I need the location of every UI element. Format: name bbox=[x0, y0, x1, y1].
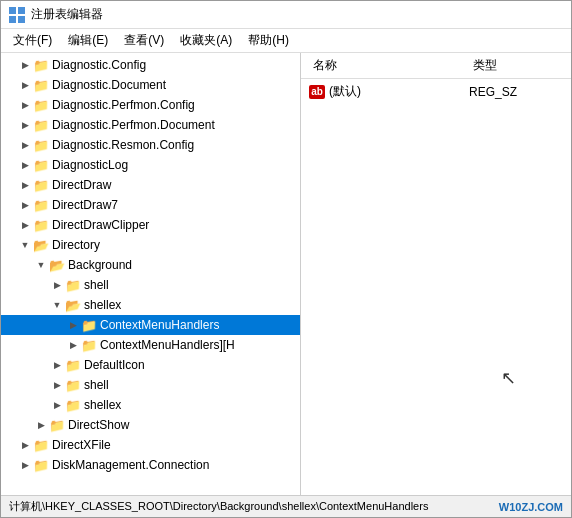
tree-row-directshow[interactable]: ▶ 📁 DirectShow bbox=[1, 415, 300, 435]
tree-label: Diagnostic.Document bbox=[52, 78, 166, 92]
toggle-icon[interactable]: ▶ bbox=[65, 315, 81, 335]
folder-icon: 📁 bbox=[33, 157, 49, 173]
toggle-icon[interactable]: ▶ bbox=[17, 55, 33, 75]
toggle-icon[interactable]: ▶ bbox=[17, 95, 33, 115]
detail-cell-type: REG_SZ bbox=[465, 83, 567, 101]
tree-label: Background bbox=[68, 258, 132, 272]
detail-header: 名称 类型 bbox=[301, 53, 571, 79]
tree-label: ContextMenuHandlers][H bbox=[100, 338, 235, 352]
tree-node-directory: ▼ 📂 Directory ▼ 📂 Background bbox=[1, 235, 300, 435]
svg-rect-0 bbox=[9, 7, 16, 14]
tree-node-shellex2: ▶ 📁 shellex bbox=[1, 395, 300, 415]
tree-row-shell2[interactable]: ▶ 📁 shell bbox=[1, 375, 300, 395]
toggle-icon[interactable]: ▶ bbox=[17, 455, 33, 475]
toggle-icon[interactable]: ▼ bbox=[49, 295, 65, 315]
toggle-icon[interactable]: ▶ bbox=[17, 135, 33, 155]
toggle-icon[interactable]: ▶ bbox=[17, 75, 33, 95]
tree-row-diagnostic-document[interactable]: ▶ 📁 Diagnostic.Document bbox=[1, 75, 300, 95]
toggle-icon[interactable]: ▶ bbox=[49, 375, 65, 395]
content-area: ▶ 📁 Diagnostic.Config ▶ 📁 Diagnostic.Doc… bbox=[1, 53, 571, 495]
tree-row-diskmanagement[interactable]: ▶ 📁 DiskManagement.Connection bbox=[1, 455, 300, 475]
tree-label: DirectXFile bbox=[52, 438, 111, 452]
ab-icon: ab bbox=[309, 85, 325, 99]
tree-node-contextmenuhandlers-h: ▶ 📁 ContextMenuHandlers][H bbox=[1, 335, 300, 355]
toggle-icon[interactable]: ▶ bbox=[17, 215, 33, 235]
tree-label: ContextMenuHandlers bbox=[100, 318, 219, 332]
toggle-icon[interactable]: ▶ bbox=[17, 175, 33, 195]
tree-row-shell[interactable]: ▶ 📁 shell bbox=[1, 275, 300, 295]
toggle-icon[interactable]: ▶ bbox=[33, 415, 49, 435]
col-type: 类型 bbox=[465, 55, 567, 76]
toggle-icon[interactable]: ▶ bbox=[17, 155, 33, 175]
toggle-icon[interactable]: ▼ bbox=[17, 235, 33, 255]
menu-help[interactable]: 帮助(H) bbox=[240, 30, 297, 51]
tree-label: DirectDraw7 bbox=[52, 198, 118, 212]
toggle-icon[interactable]: ▼ bbox=[33, 255, 49, 275]
folder-icon: 📁 bbox=[33, 197, 49, 213]
folder-icon: 📁 bbox=[33, 177, 49, 193]
menu-file[interactable]: 文件(F) bbox=[5, 30, 60, 51]
tree-label: Diagnostic.Perfmon.Config bbox=[52, 98, 195, 112]
tree-label: Diagnostic.Config bbox=[52, 58, 146, 72]
folder-icon: 📁 bbox=[33, 97, 49, 113]
toggle-icon[interactable]: ▶ bbox=[17, 115, 33, 135]
tree-label: DefaultIcon bbox=[84, 358, 145, 372]
toggle-icon[interactable]: ▶ bbox=[49, 395, 65, 415]
tree-row-shellex[interactable]: ▼ 📂 shellex bbox=[1, 295, 300, 315]
status-bar: 计算机\HKEY_CLASSES_ROOT\Directory\Backgrou… bbox=[1, 495, 571, 517]
tree-label: shellex bbox=[84, 398, 121, 412]
tree-node-directshow: ▶ 📁 DirectShow bbox=[1, 415, 300, 435]
tree-label: DirectShow bbox=[68, 418, 129, 432]
tree-label: shell bbox=[84, 378, 109, 392]
tree-pane[interactable]: ▶ 📁 Diagnostic.Config ▶ 📁 Diagnostic.Doc… bbox=[1, 53, 301, 495]
toggle-icon[interactable]: ▶ bbox=[17, 435, 33, 455]
tree-row-diagnostic-perfmon-config[interactable]: ▶ 📁 Diagnostic.Perfmon.Config bbox=[1, 95, 300, 115]
tree-node-directdrawclipper: ▶ 📁 DirectDrawClipper bbox=[1, 215, 300, 235]
tree-row-directory[interactable]: ▼ 📂 Directory bbox=[1, 235, 300, 255]
menu-view[interactable]: 查看(V) bbox=[116, 30, 172, 51]
menu-edit[interactable]: 编辑(E) bbox=[60, 30, 116, 51]
tree-label: DirectDraw bbox=[52, 178, 111, 192]
toggle-icon[interactable]: ▶ bbox=[49, 355, 65, 375]
tree-row-shellex2[interactable]: ▶ 📁 shellex bbox=[1, 395, 300, 415]
window-title: 注册表编辑器 bbox=[31, 6, 103, 23]
folder-icon: 📂 bbox=[65, 297, 81, 313]
tree-row-directdrawclipper[interactable]: ▶ 📁 DirectDrawClipper bbox=[1, 215, 300, 235]
tree-node-shellex: ▼ 📂 shellex ▶ 📁 bbox=[1, 295, 300, 355]
tree-node-directxfile: ▶ 📁 DirectXFile bbox=[1, 435, 300, 455]
folder-icon: 📁 bbox=[65, 277, 81, 293]
tree-row-directdraw[interactable]: ▶ 📁 DirectDraw bbox=[1, 175, 300, 195]
tree-node-directdraw7: ▶ 📁 DirectDraw7 bbox=[1, 195, 300, 215]
toggle-icon[interactable]: ▶ bbox=[65, 335, 81, 355]
tree-node-diagnostic-resmon-config: ▶ 📁 Diagnostic.Resmon.Config bbox=[1, 135, 300, 155]
svg-rect-3 bbox=[18, 16, 25, 23]
folder-icon: 📁 bbox=[33, 117, 49, 133]
tree-row-diagnostic-perfmon-document[interactable]: ▶ 📁 Diagnostic.Perfmon.Document bbox=[1, 115, 300, 135]
tree-row-directdraw7[interactable]: ▶ 📁 DirectDraw7 bbox=[1, 195, 300, 215]
toggle-icon[interactable]: ▶ bbox=[17, 195, 33, 215]
tree-label: DirectDrawClipper bbox=[52, 218, 149, 232]
toggle-icon[interactable]: ▶ bbox=[49, 275, 65, 295]
tree-row-diagnosticlog[interactable]: ▶ 📁 DiagnosticLog bbox=[1, 155, 300, 175]
menu-favorites[interactable]: 收藏夹(A) bbox=[172, 30, 240, 51]
tree-node-diagnostic-perfmon-config: ▶ 📁 Diagnostic.Perfmon.Config bbox=[1, 95, 300, 115]
tree-node-background: ▼ 📂 Background ▶ 📁 shell bbox=[1, 255, 300, 415]
tree-row-directxfile[interactable]: ▶ 📁 DirectXFile bbox=[1, 435, 300, 455]
tree-row-diagnostic-config[interactable]: ▶ 📁 Diagnostic.Config bbox=[1, 55, 300, 75]
detail-cell-name: ab (默认) bbox=[305, 81, 465, 102]
tree-node-diskmanagement: ▶ 📁 DiskManagement.Connection bbox=[1, 455, 300, 475]
tree-row-defaulticon[interactable]: ▶ 📁 DefaultIcon bbox=[1, 355, 300, 375]
tree-node-diagnostic-perfmon-document: ▶ 📁 Diagnostic.Perfmon.Document bbox=[1, 115, 300, 135]
tree-label: shell bbox=[84, 278, 109, 292]
col-name: 名称 bbox=[305, 55, 465, 76]
detail-row-default[interactable]: ab (默认) REG_SZ bbox=[301, 79, 571, 104]
folder-icon: 📂 bbox=[49, 257, 65, 273]
tree-row-diagnostic-resmon-config[interactable]: ▶ 📁 Diagnostic.Resmon.Config bbox=[1, 135, 300, 155]
tree-row-background[interactable]: ▼ 📂 Background bbox=[1, 255, 300, 275]
tree-node-shell: ▶ 📁 shell bbox=[1, 275, 300, 295]
tree-row-contextmenuhandlers-h[interactable]: ▶ 📁 ContextMenuHandlers][H bbox=[1, 335, 300, 355]
tree-row-contextmenuhandlers[interactable]: ▶ 📁 ContextMenuHandlers bbox=[1, 315, 300, 335]
tree-node-defaulticon: ▶ 📁 DefaultIcon bbox=[1, 355, 300, 375]
folder-icon: 📁 bbox=[33, 437, 49, 453]
status-path: 计算机\HKEY_CLASSES_ROOT\Directory\Backgrou… bbox=[9, 499, 491, 514]
